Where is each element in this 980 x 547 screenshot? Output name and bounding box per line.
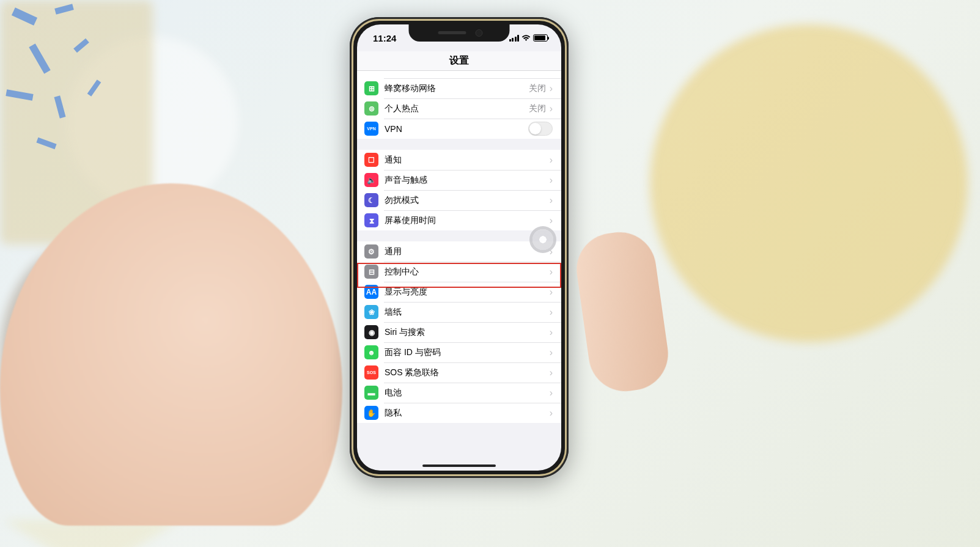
- chevron-right-icon: ›: [550, 287, 553, 297]
- siri-icon: ◉: [364, 325, 378, 339]
- settings-row-control-center[interactable]: ⊟控制中心›: [357, 262, 561, 282]
- privacy-icon: ✋: [364, 406, 378, 420]
- notifications-icon: ☐: [364, 153, 378, 167]
- chevron-right-icon: ›: [550, 216, 553, 226]
- home-indicator[interactable]: [422, 464, 496, 467]
- chevron-right-icon: ›: [550, 155, 553, 165]
- settings-row-cellular[interactable]: ⊞蜂窝移动网络关闭›: [357, 78, 561, 98]
- chevron-right-icon: ›: [550, 307, 553, 317]
- control-center-icon: ⊟: [364, 265, 378, 279]
- chevron-right-icon: ›: [550, 408, 553, 418]
- row-label: Siri 与搜索: [385, 327, 550, 338]
- sos-icon: SOS: [364, 365, 378, 380]
- row-label: 面容 ID 与密码: [385, 347, 550, 358]
- screentime-icon: ⧗: [364, 213, 378, 227]
- row-label: SOS 紧急联络: [385, 367, 550, 378]
- settings-row-sos[interactable]: SOSSOS 紧急联络›: [357, 362, 561, 383]
- dnd-icon: ☾: [364, 193, 378, 207]
- settings-row-faceid[interactable]: ☻面容 ID 与密码›: [357, 342, 561, 362]
- settings-row-privacy[interactable]: ✋隐私›: [357, 403, 561, 423]
- notch: [409, 24, 510, 42]
- chevron-right-icon: ›: [550, 388, 553, 398]
- battery-icon: ▬: [364, 386, 378, 400]
- row-value: 关闭: [529, 103, 546, 114]
- sounds-icon: 🔈: [364, 173, 378, 187]
- settings-list[interactable]: ⊞蜂窝移动网络关闭›⊚个人热点关闭›VPNVPN☐通知›🔈声音与触感›☾勿扰模式…: [357, 71, 561, 423]
- chevron-right-icon: ›: [550, 104, 553, 114]
- screen: 11:24 设置 ⊞蜂窝移动网络关闭›⊚个人热点关闭›VPNVPN☐通知›🔈声音…: [357, 24, 561, 471]
- row-label: 声音与触感: [385, 175, 550, 186]
- settings-row-display[interactable]: AA显示与亮度›: [357, 282, 561, 302]
- settings-row-wallpaper[interactable]: ❀墙纸›: [357, 302, 561, 322]
- row-label: VPN: [385, 124, 528, 134]
- settings-row-hotspot[interactable]: ⊚个人热点关闭›: [357, 98, 561, 119]
- row-value: 关闭: [529, 83, 546, 94]
- settings-row-notifications[interactable]: ☐通知›: [357, 150, 561, 170]
- chevron-right-icon: ›: [550, 267, 553, 277]
- page-title: 设置: [357, 51, 561, 71]
- row-label: 墙纸: [385, 307, 550, 318]
- row-label: 通用: [385, 246, 550, 257]
- row-label: 屏幕使用时间: [385, 215, 550, 226]
- general-icon: ⚙: [364, 244, 378, 259]
- row-label: 隐私: [385, 408, 550, 419]
- row-label: 蜂窝移动网络: [385, 83, 529, 94]
- settings-row-siri[interactable]: ◉Siri 与搜索›: [357, 322, 561, 342]
- display-icon: AA: [364, 285, 378, 299]
- decorative-shards: [0, 0, 159, 159]
- settings-row-vpn[interactable]: VPNVPN: [357, 119, 561, 139]
- battery-icon: [533, 34, 548, 42]
- iphone-device: 11:24 设置 ⊞蜂窝移动网络关闭›⊚个人热点关闭›VPNVPN☐通知›🔈声音…: [350, 17, 569, 478]
- chevron-right-icon: ›: [550, 196, 553, 205]
- settings-row-sounds[interactable]: 🔈声音与触感›: [357, 170, 561, 190]
- row-label: 通知: [385, 155, 550, 166]
- faceid-icon: ☻: [364, 345, 378, 359]
- settings-row-dnd[interactable]: ☾勿扰模式›: [357, 190, 561, 210]
- status-time: 11:24: [373, 33, 396, 43]
- assistive-touch-button[interactable]: [529, 226, 556, 253]
- row-label: 个人热点: [385, 103, 529, 114]
- chevron-right-icon: ›: [550, 175, 553, 185]
- vpn-icon: VPN: [364, 122, 378, 136]
- chevron-right-icon: ›: [550, 84, 553, 94]
- row-label: 电池: [385, 387, 550, 398]
- cellular-signal-icon: [509, 35, 520, 42]
- chevron-right-icon: ›: [550, 348, 553, 358]
- chevron-right-icon: ›: [550, 328, 553, 337]
- toggle-switch[interactable]: [528, 122, 553, 136]
- hotspot-icon: ⊚: [364, 101, 378, 116]
- cellular-icon: ⊞: [364, 81, 378, 95]
- row-label: 控制中心: [385, 266, 550, 277]
- row-label: 显示与亮度: [385, 287, 550, 298]
- wallpaper-icon: ❀: [364, 305, 378, 319]
- wifi-icon: [521, 35, 531, 42]
- chevron-right-icon: ›: [550, 368, 553, 378]
- settings-row-battery[interactable]: ▬电池›: [357, 383, 561, 403]
- row-label: 勿扰模式: [385, 195, 550, 206]
- settings-row-screentime[interactable]: ⧗屏幕使用时间›: [357, 210, 561, 230]
- partial-row[interactable]: [357, 71, 561, 78]
